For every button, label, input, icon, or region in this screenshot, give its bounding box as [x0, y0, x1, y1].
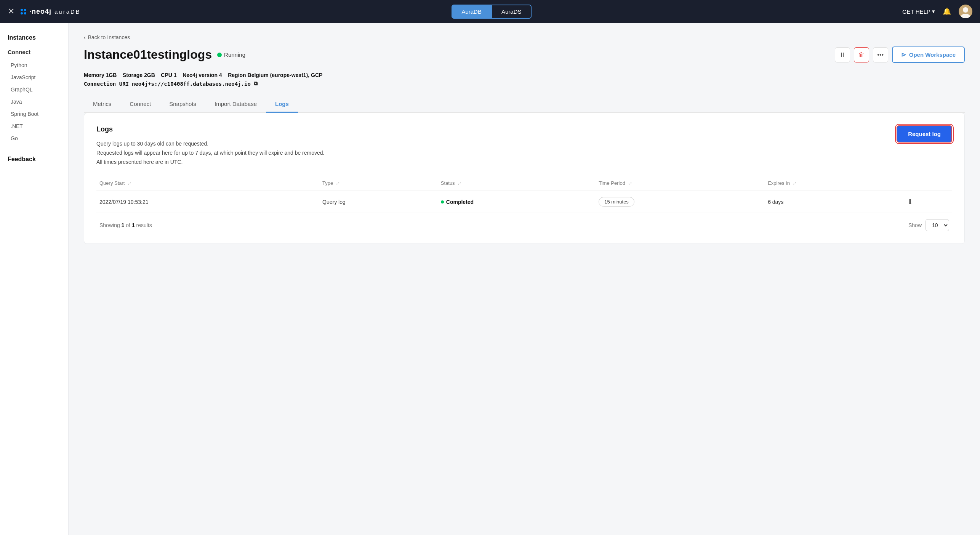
- nav-auradb-button[interactable]: AuraDB: [452, 5, 492, 19]
- status-badge: Running: [217, 51, 245, 58]
- table-footer: Showing 1 of 1 results Show 10 25 50: [96, 213, 952, 231]
- more-options-button[interactable]: •••: [873, 47, 888, 62]
- logs-info: Logs Query logs up to 30 days old can be…: [96, 125, 324, 176]
- col-query-start: Query Start ⇌: [96, 176, 319, 191]
- get-help-button[interactable]: GET HELP ▾: [902, 8, 935, 15]
- tab-snapshots[interactable]: Snapshots: [160, 96, 205, 113]
- instance-header: Instance01testinglogs Running ⏸ 🗑 ••• ⊳ …: [84, 46, 965, 63]
- chevron-down-icon: ▾: [932, 8, 935, 15]
- sidebar-item-python[interactable]: Python: [0, 59, 68, 71]
- filter-query-start-icon[interactable]: ⇌: [128, 181, 131, 186]
- instance-actions: ⏸ 🗑 ••• ⊳ Open Workspace: [835, 46, 965, 63]
- neo4j-version-label: Neo4j version: [183, 72, 218, 78]
- trash-icon: 🗑: [858, 51, 865, 58]
- col-time-period: Time Period ⇌: [596, 176, 765, 191]
- notification-bell-icon[interactable]: 🔔: [943, 7, 951, 16]
- sidebar-item-springboot[interactable]: Spring Boot: [0, 108, 68, 120]
- back-arrow-icon: ‹: [84, 34, 86, 40]
- filter-status-icon[interactable]: ⇌: [458, 181, 461, 186]
- open-workspace-button[interactable]: ⊳ Open Workspace: [892, 46, 965, 63]
- instance-uri-row: Connection URI neo4j+s://c10408ff.databa…: [84, 80, 965, 87]
- workspace-icon: ⊳: [901, 51, 906, 58]
- header-left: ✕ ·neo4j auraDB: [8, 6, 81, 16]
- logs-description: Query logs up to 30 days old can be requ…: [96, 139, 324, 167]
- status-label: Running: [224, 51, 245, 58]
- logs-desc-line1: Query logs up to 30 days old can be requ…: [96, 139, 324, 149]
- memory-value: 1GB: [106, 72, 117, 78]
- cell-status: Completed: [438, 191, 596, 213]
- instance-name: Instance01testinglogs: [84, 48, 212, 62]
- sidebar-item-feedback[interactable]: Feedback: [0, 152, 68, 167]
- neo4j-version-value: 4: [219, 72, 222, 78]
- sidebar-item-javascript[interactable]: JavaScript: [0, 71, 68, 83]
- col-status: Status ⇌: [438, 176, 596, 191]
- copy-uri-button[interactable]: ⧉: [254, 80, 258, 87]
- memory-label: Memory: [84, 72, 104, 78]
- tab-connect[interactable]: Connect: [120, 96, 160, 113]
- table-header-row: Query Start ⇌ Type ⇌ Status ⇌ Time Perio…: [96, 176, 952, 191]
- back-to-instances-link[interactable]: ‹ Back to Instances: [84, 34, 965, 40]
- header-right: GET HELP ▾ 🔔: [902, 5, 972, 18]
- tabs: Metrics Connect Snapshots Import Databas…: [84, 96, 965, 113]
- logo-text: ·neo4j: [29, 8, 51, 16]
- logo-aura: auraDB: [54, 8, 81, 15]
- logs-desc-line2: Requested logs will appear here for up t…: [96, 149, 324, 158]
- tab-logs[interactable]: Logs: [266, 96, 298, 113]
- request-log-button[interactable]: Request log: [897, 125, 952, 143]
- tab-metrics[interactable]: Metrics: [84, 96, 120, 113]
- header: ✕ ·neo4j auraDB AuraDB AuraDS GET HELP ▾…: [0, 0, 980, 23]
- logs-card: Logs Query logs up to 30 days old can be…: [84, 113, 965, 244]
- storage-label: Storage: [123, 72, 143, 78]
- download-log-button[interactable]: ⬇: [907, 198, 913, 206]
- cell-download: ⬇: [904, 191, 952, 213]
- col-action: [904, 176, 952, 191]
- nav-aurads-button[interactable]: AuraDS: [492, 5, 532, 19]
- logs-desc-line3: All times presented here are in UTC.: [96, 158, 324, 167]
- table-row: 2022/07/19 10:53:21 Query log Completed …: [96, 191, 952, 213]
- showing-results-text: Showing 1 of 1 results: [99, 222, 152, 228]
- sidebar-item-instances[interactable]: Instances: [0, 30, 68, 45]
- cpu-value: 1: [174, 72, 177, 78]
- svg-point-1: [963, 7, 968, 13]
- sidebar: Instances Connect Python JavaScript Grap…: [0, 23, 69, 535]
- filter-expires-icon[interactable]: ⇌: [793, 181, 796, 186]
- col-expires-in: Expires In ⇌: [765, 176, 904, 191]
- logo: ·neo4j auraDB: [21, 8, 81, 16]
- avatar[interactable]: [959, 5, 972, 18]
- download-icon: ⬇: [907, 198, 913, 206]
- logs-table: Query Start ⇌ Type ⇌ Status ⇌ Time Perio…: [96, 176, 952, 213]
- page-size-select[interactable]: 10 25 50: [926, 219, 949, 231]
- completed-label: Completed: [446, 199, 474, 205]
- sidebar-item-dotnet[interactable]: .NET: [0, 120, 68, 132]
- storage-value: 2GB: [144, 72, 155, 78]
- completed-dot: [441, 200, 444, 203]
- sidebar-item-connect[interactable]: Connect: [0, 45, 68, 59]
- status-running-dot: [217, 53, 222, 57]
- logs-title: Logs: [96, 125, 324, 133]
- pause-button[interactable]: ⏸: [835, 47, 850, 62]
- pause-icon: ⏸: [839, 51, 845, 58]
- filter-time-period-icon[interactable]: ⇌: [628, 181, 632, 186]
- status-completed-badge: Completed: [441, 199, 593, 205]
- cell-type: Query log: [319, 191, 438, 213]
- ellipsis-icon: •••: [877, 51, 884, 58]
- filter-type-icon[interactable]: ⇌: [336, 181, 339, 186]
- cell-expires-in: 6 days: [765, 191, 904, 213]
- instance-meta: Memory 1GB Storage 2GB CPU 1 Neo4j versi…: [84, 72, 965, 78]
- uri-value: neo4j+s://c10408ff.databases.neo4j.io: [132, 81, 251, 87]
- nav-buttons: AuraDB AuraDS: [452, 5, 531, 19]
- sidebar-item-graphql[interactable]: GraphQL: [0, 83, 68, 96]
- logs-header-row: Logs Query logs up to 30 days old can be…: [96, 125, 952, 176]
- show-select-row: Show 10 25 50: [908, 219, 949, 231]
- cell-time-period: 15 minutes: [596, 191, 765, 213]
- time-period-badge: 15 minutes: [599, 197, 634, 207]
- uri-label: Connection URI: [84, 81, 129, 87]
- tab-import-database[interactable]: Import Database: [205, 96, 266, 113]
- col-type: Type ⇌: [319, 176, 438, 191]
- cpu-label: CPU: [161, 72, 172, 78]
- region-value: Belgium (europe-west1), GCP: [248, 72, 323, 78]
- delete-button[interactable]: 🗑: [854, 47, 869, 62]
- close-icon[interactable]: ✕: [8, 6, 14, 16]
- sidebar-item-go[interactable]: Go: [0, 132, 68, 144]
- sidebar-item-java[interactable]: Java: [0, 96, 68, 108]
